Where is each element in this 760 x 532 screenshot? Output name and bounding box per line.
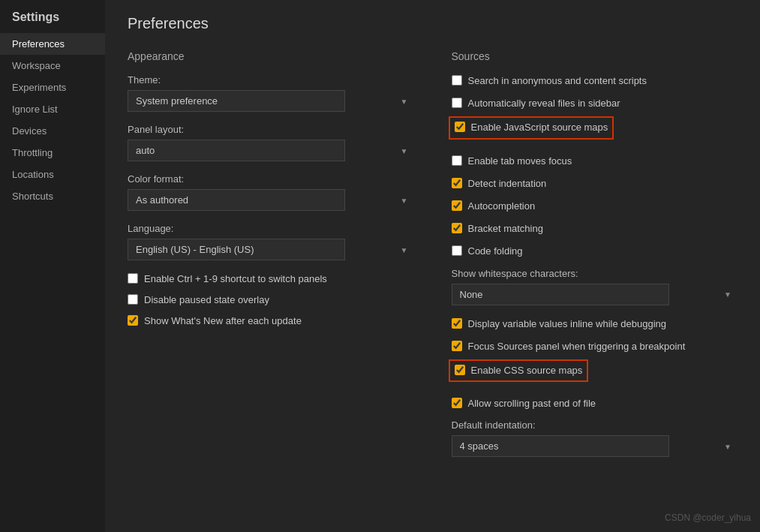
page-title: Preferences bbox=[128, 15, 737, 32]
checkbox-autocompletion[interactable] bbox=[452, 200, 462, 211]
checkbox-label-bracket-match: Bracket matching bbox=[468, 222, 543, 236]
checkbox-display-inline[interactable] bbox=[452, 318, 462, 329]
checkbox-label-allow-scrolling: Allow scrolling past end of file bbox=[468, 397, 596, 410]
checkbox-tab-focus[interactable] bbox=[452, 155, 462, 166]
checkbox-row-tab-focus[interactable]: Enable tab moves focus bbox=[452, 155, 738, 168]
watermark: CSDN @coder_yihua bbox=[665, 512, 751, 523]
sidebar-item-experiments[interactable]: Experiments bbox=[0, 77, 105, 98]
checkbox-label-code-folding: Code folding bbox=[468, 245, 523, 258]
checkbox-bracket-match[interactable] bbox=[452, 223, 462, 233]
checkbox-allow-scrolling[interactable] bbox=[452, 398, 462, 408]
checkbox-anon-scripts[interactable] bbox=[452, 75, 462, 86]
checkbox-row-anon-scripts[interactable]: Search in anonymous and content scripts bbox=[452, 74, 738, 88]
checkbox-label-detect-indent: Detect indentation bbox=[468, 177, 547, 191]
checkbox-whats-new[interactable] bbox=[128, 315, 138, 326]
default-indent-label: Default indentation: bbox=[452, 419, 738, 431]
panel-layout-select-wrap: autohorizontalvertical ▼ bbox=[128, 140, 414, 161]
language-select-wrap: English (US) - English (US) ▼ bbox=[128, 239, 414, 260]
checkbox-label-focus-sources: Focus Sources panel when triggering a br… bbox=[468, 340, 686, 353]
color-format-label: Color format: bbox=[128, 173, 414, 185]
default-indent-select-wrap: 4 spaces2 spaces8 spacesTab character ▼ bbox=[452, 435, 738, 457]
sources-section: Sources Search in anonymous and content … bbox=[452, 50, 738, 469]
checkbox-css-source-maps[interactable] bbox=[455, 365, 465, 375]
whitespace-label: Show whitespace characters: bbox=[452, 268, 738, 279]
sidebar-item-preferences[interactable]: Preferences bbox=[0, 33, 105, 55]
whitespace-select[interactable]: NoneAllTrailing bbox=[452, 284, 669, 305]
checkbox-label-reveal-sidebar: Automatically reveal files in sidebar bbox=[468, 97, 620, 110]
two-column-layout: Appearance Theme: System preferenceLight… bbox=[128, 50, 737, 469]
checkbox-row-detect-indent[interactable]: Detect indentation bbox=[452, 177, 738, 191]
panel-layout-label: Panel layout: bbox=[128, 124, 414, 135]
whitespace-arrow: ▼ bbox=[724, 290, 731, 299]
checkbox-label-display-inline: Display variable values inline while deb… bbox=[468, 317, 667, 331]
appearance-section-title: Appearance bbox=[128, 50, 414, 62]
sidebar-item-throttling[interactable]: Throttling bbox=[0, 142, 105, 164]
sources-section-title: Sources bbox=[452, 50, 738, 62]
checkbox-js-source-maps[interactable] bbox=[455, 122, 465, 132]
language-arrow: ▼ bbox=[401, 245, 408, 254]
theme-select-arrow: ▼ bbox=[401, 97, 408, 105]
checkbox-row-focus-sources[interactable]: Focus Sources panel when triggering a br… bbox=[452, 340, 738, 353]
checkbox-row-display-inline[interactable]: Display variable values inline while deb… bbox=[452, 317, 738, 331]
sidebar-item-devices[interactable]: Devices bbox=[0, 120, 105, 142]
checkbox-row-disable-paused[interactable]: Disable paused state overlay bbox=[128, 293, 414, 307]
theme-select-wrap: System preferenceLightDark ▼ bbox=[128, 90, 414, 112]
checkbox-label-whats-new: Show What's New after each update bbox=[144, 314, 302, 328]
color-format-select-wrap: As authoredHEXRGBHSL ▼ bbox=[128, 189, 414, 211]
checkbox-row-allow-scrolling[interactable]: Allow scrolling past end of file bbox=[452, 397, 738, 410]
sidebar: Settings PreferencesWorkspaceExperiments… bbox=[0, 0, 105, 532]
settings-title: Settings bbox=[0, 0, 105, 33]
sidebar-item-workspace[interactable]: Workspace bbox=[0, 55, 105, 77]
language-label: Language: bbox=[128, 223, 414, 234]
panel-layout-arrow: ▼ bbox=[401, 146, 408, 155]
checkbox-row-code-folding[interactable]: Code folding bbox=[452, 245, 738, 258]
panel-layout-select[interactable]: autohorizontalvertical bbox=[128, 140, 345, 161]
checkbox-label-js-source-maps: Enable JavaScript source maps bbox=[471, 121, 608, 134]
checkbox-row-autocompletion[interactable]: Autocompletion bbox=[452, 200, 738, 213]
checkbox-ctrl-shortcut[interactable] bbox=[128, 273, 138, 284]
main-content: Preferences Appearance Theme: System pre… bbox=[105, 0, 760, 532]
theme-label: Theme: bbox=[128, 74, 414, 86]
checkbox-label-ctrl-shortcut: Enable Ctrl + 1-9 shortcut to switch pan… bbox=[144, 272, 327, 286]
whitespace-select-wrap: NoneAllTrailing ▼ bbox=[452, 284, 738, 305]
checkbox-code-folding[interactable] bbox=[452, 245, 462, 256]
sidebar-item-shortcuts[interactable]: Shortcuts bbox=[0, 185, 105, 207]
checkbox-label-autocompletion: Autocompletion bbox=[468, 200, 536, 213]
checkbox-detect-indent[interactable] bbox=[452, 178, 462, 188]
checkbox-row-whats-new[interactable]: Show What's New after each update bbox=[128, 314, 414, 328]
checkbox-row-reveal-sidebar[interactable]: Automatically reveal files in sidebar bbox=[452, 97, 738, 110]
checkbox-disable-paused[interactable] bbox=[128, 294, 138, 305]
color-format-arrow: ▼ bbox=[401, 196, 408, 204]
default-indent-arrow: ▼ bbox=[724, 442, 731, 450]
sidebar-item-ignore-list[interactable]: Ignore List bbox=[0, 98, 105, 120]
sidebar-item-locations[interactable]: Locations bbox=[0, 164, 105, 185]
checkbox-label-anon-scripts: Search in anonymous and content scripts bbox=[468, 74, 647, 88]
checkbox-row-js-source-maps[interactable]: Enable JavaScript source maps bbox=[452, 119, 611, 136]
theme-select[interactable]: System preferenceLightDark bbox=[128, 90, 345, 112]
language-select[interactable]: English (US) - English (US) bbox=[128, 239, 345, 260]
checkbox-reveal-sidebar[interactable] bbox=[452, 98, 462, 108]
appearance-section: Appearance Theme: System preferenceLight… bbox=[128, 50, 414, 469]
default-indent-select[interactable]: 4 spaces2 spaces8 spacesTab character bbox=[452, 435, 669, 457]
checkbox-label-disable-paused: Disable paused state overlay bbox=[144, 293, 269, 307]
checkbox-row-css-source-maps[interactable]: Enable CSS source maps bbox=[452, 362, 586, 379]
color-format-select[interactable]: As authoredHEXRGBHSL bbox=[128, 189, 345, 211]
checkbox-label-tab-focus: Enable tab moves focus bbox=[468, 155, 572, 168]
checkbox-row-bracket-match[interactable]: Bracket matching bbox=[452, 222, 738, 236]
checkbox-focus-sources[interactable] bbox=[452, 341, 462, 351]
checkbox-row-ctrl-shortcut[interactable]: Enable Ctrl + 1-9 shortcut to switch pan… bbox=[128, 272, 414, 286]
checkbox-label-css-source-maps: Enable CSS source maps bbox=[471, 364, 583, 377]
